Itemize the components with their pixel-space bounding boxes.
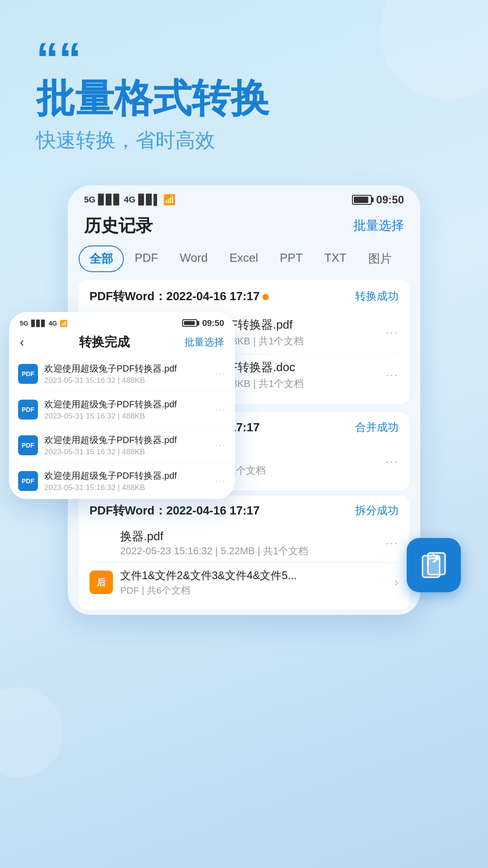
sec-file-more-2[interactable]: ··· — [215, 404, 226, 415]
sec-status-right: 09:50 — [182, 318, 224, 328]
sec-signal-4g: 4G — [49, 320, 57, 327]
sec-pdf-icon-2: PDF — [18, 400, 38, 420]
sec-time: 09:50 — [202, 318, 224, 328]
file-more-before[interactable]: ··· — [385, 325, 399, 340]
screen-title: 历史记录 — [84, 214, 153, 237]
file-more-after[interactable]: ··· — [385, 368, 399, 382]
tab-image[interactable]: 图片 — [357, 245, 403, 272]
app-header: 历史记录 批量选择 — [68, 210, 420, 245]
sec-file-name-4: 欢迎使用超级兔子PDF转换器.pdf — [44, 470, 209, 482]
batch-select-button[interactable]: 批量选择 — [353, 217, 404, 234]
group-header: PDF转Word：2022-04-16 17:17 转换成功 — [89, 288, 399, 304]
tab-pdf[interactable]: PDF — [124, 245, 169, 272]
status-bar: 5G ▊▊▊ 4G ▊▊▌ 📶 09:50 — [68, 185, 420, 210]
sec-file-meta-1: 2023-05-31 15:16:32 | 488KB — [44, 376, 209, 385]
action-icon-button[interactable] — [407, 538, 461, 592]
hero-subtitle: 快速转换，省时高效 — [36, 127, 461, 154]
signal-bars2: ▊▊▌ — [138, 194, 161, 206]
back-button[interactable]: ‹ — [20, 335, 24, 349]
sec-file-name-3: 欢迎使用超级兔子PDF转换器.pdf — [44, 434, 209, 446]
hero-title: 批量格式转换 — [36, 77, 461, 120]
sec-signal-5g: 5G — [20, 320, 28, 327]
sec-file-item-2[interactable]: PDF 欢迎使用超级兔子PDF转换器.pdf 2023-05-31 15:16:… — [9, 392, 235, 428]
battery-icon — [352, 195, 372, 205]
secondary-app-header: ‹ 转换完成 批量选择 — [9, 331, 235, 356]
tab-ppt[interactable]: PPT — [269, 245, 314, 272]
sec-file-name-2: 欢迎使用超级兔子PDF转换器.pdf — [44, 398, 209, 410]
merge-file-more[interactable]: ··· — [385, 454, 399, 469]
quote-mark: ““ — [36, 36, 461, 81]
sec-file-item-1[interactable]: PDF 欢迎使用超级兔子PDF转换器.pdf 2023-05-31 15:16:… — [9, 356, 235, 392]
sec-file-name-1: 欢迎使用超级兔子PDF转换器.pdf — [44, 363, 209, 375]
merge-status: 合并成功 — [355, 420, 399, 434]
sec-file-more-3[interactable]: ··· — [215, 439, 226, 451]
tab-all[interactable]: 全部 — [79, 245, 124, 272]
split-file-name: 换器.pdf — [89, 528, 385, 544]
signal-5g: 5G — [84, 195, 95, 205]
hero-section: ““ 批量格式转换 快速转换，省时高效 — [0, 0, 488, 172]
combined-after-badge: 后 — [89, 571, 113, 594]
split-status: 拆分成功 — [355, 503, 399, 518]
sec-file-info-3: 欢迎使用超级兔子PDF转换器.pdf 2023-05-31 15:16:32 |… — [44, 434, 209, 457]
sec-file-meta-2: 2023-05-31 15:16:32 | 488KB — [44, 412, 209, 421]
sec-batch-select[interactable]: 批量选择 — [184, 335, 224, 349]
split-pdf-file[interactable]: 换器.pdf 2022-05-23 15:16:32 | 5.22MB | 共1… — [89, 524, 399, 563]
phones-container: 5G ▊▊▊ 4G ▊▊▌ 📶 09:50 历史记录 批量选择 全部 PDF W… — [0, 185, 488, 728]
filter-tabs: 全部 PDF Word Excel PPT TXT 图片 — [68, 245, 420, 280]
sec-signal-area: 5G ▊▊▊ 4G 📶 — [20, 320, 67, 327]
sec-signal-bars: ▊▊▊ — [31, 320, 46, 327]
tab-txt[interactable]: TXT — [314, 245, 357, 272]
secondary-phone: 5G ▊▊▊ 4G 📶 09:50 ‹ 转换完成 批量选择 PDF — [9, 312, 235, 499]
sec-file-info-4: 欢迎使用超级兔子PDF转换器.pdf 2023-05-31 15:16:32 |… — [44, 470, 209, 492]
combined-chevron: › — [394, 575, 399, 590]
secondary-status-bar: 5G ▊▊▊ 4G 📶 09:50 — [9, 312, 235, 331]
split-title: PDF转Word：2022-04-16 17:17 — [89, 503, 260, 519]
sec-file-item-3[interactable]: PDF 欢迎使用超级兔子PDF转换器.pdf 2023-05-31 15:16:… — [9, 428, 235, 463]
signal-4g: 4G — [124, 195, 135, 205]
sec-file-info-2: 欢迎使用超级兔子PDF转换器.pdf 2023-05-31 15:16:32 |… — [44, 398, 209, 421]
sec-battery-icon — [182, 319, 197, 327]
split-file-more[interactable]: ··· — [385, 536, 399, 550]
sec-file-item-4[interactable]: PDF 欢迎使用超级兔子PDF转换器.pdf 2023-05-31 15:16:… — [9, 463, 235, 499]
success-status: 转换成功 — [355, 289, 399, 303]
wifi-icon: 📶 — [163, 194, 175, 206]
combined-info: 文件1&文件2&文件3&文件4&文件5... PDF | 共6个文档 — [120, 568, 394, 597]
split-file-info: 换器.pdf 2022-05-23 15:16:32 | 5.22MB | 共1… — [89, 528, 385, 558]
sec-file-meta-3: 2023-05-31 15:16:32 | 488KB — [44, 448, 209, 457]
secondary-file-list: PDF 欢迎使用超级兔子PDF转换器.pdf 2023-05-31 15:16:… — [9, 356, 235, 499]
signal-bars: ▊▊▊ — [98, 194, 121, 206]
sec-file-meta-4: 2023-05-31 15:16:32 | 488KB — [44, 483, 209, 492]
combined-file-row[interactable]: 后 文件1&文件2&文件3&文件4&文件5... PDF | 共6个文档 › — [89, 563, 399, 602]
signal-area: 5G ▊▊▊ 4G ▊▊▌ 📶 — [84, 194, 175, 206]
tab-excel[interactable]: Excel — [219, 245, 269, 272]
secondary-title: 转换完成 — [79, 334, 130, 351]
sec-pdf-icon-3: PDF — [18, 435, 38, 455]
time-display: 09:50 — [376, 193, 404, 206]
share-merge-icon — [418, 549, 450, 581]
sec-wifi-icon: 📶 — [60, 320, 67, 327]
unread-dot — [263, 294, 269, 300]
status-right: 09:50 — [352, 193, 404, 206]
sec-file-more-4[interactable]: ··· — [215, 475, 226, 487]
group-title: PDF转Word：2022-04-16 17:17 — [89, 288, 269, 304]
split-file-meta: 2022-05-23 15:16:32 | 5.22MB | 共1个文档 — [89, 544, 385, 558]
combined-file-meta: PDF | 共6个文档 — [120, 584, 394, 597]
split-section: PDF转Word：2022-04-16 17:17 拆分成功 换器.pdf 20… — [79, 495, 409, 609]
sec-file-info-1: 欢迎使用超级兔子PDF转换器.pdf 2023-05-31 15:16:32 |… — [44, 363, 209, 385]
tab-word[interactable]: Word — [169, 245, 219, 272]
combined-file-name: 文件1&文件2&文件3&文件4&文件5... — [120, 568, 394, 583]
sec-pdf-icon-4: PDF — [18, 471, 38, 491]
sec-file-more-1[interactable]: ··· — [215, 368, 226, 380]
sec-pdf-icon-1: PDF — [18, 364, 38, 384]
